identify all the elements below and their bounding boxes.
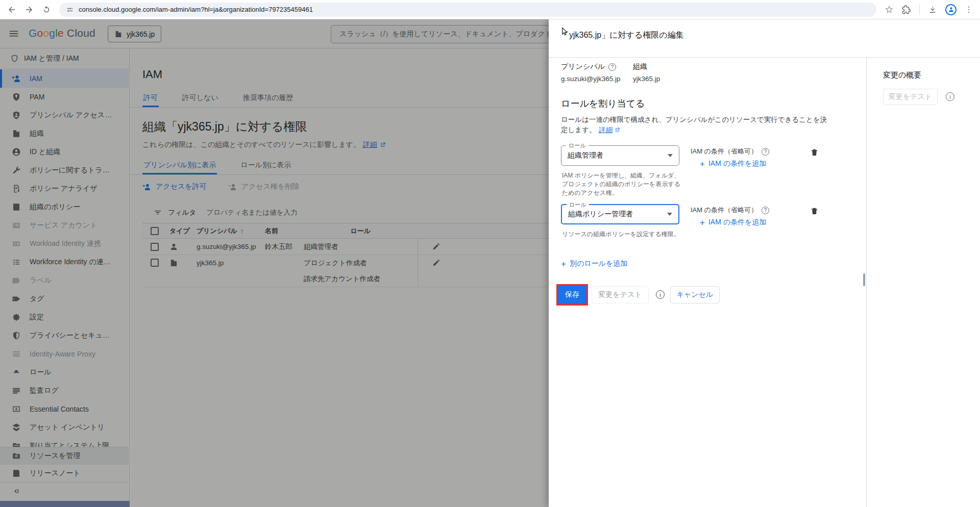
summary-title: 変更の概要 (883, 70, 921, 80)
dialog-divider (549, 57, 980, 58)
address-bar[interactable]: console.cloud.google.com/iam-admin/iam?h… (59, 3, 876, 17)
principal-label: プリンシパル ? (561, 62, 616, 71)
add-another-role-button[interactable]: + 別のロールを追加 (561, 259, 627, 268)
summary-test-changes-button[interactable]: 変更をテスト (883, 89, 938, 105)
profile-avatar[interactable] (945, 4, 957, 15)
delete-role-button-1[interactable] (810, 148, 819, 157)
add-another-role-label: 別のロールを追加 (570, 259, 627, 268)
modal-scrim (0, 19, 549, 507)
roles-details-link[interactable]: 詳細 (599, 126, 612, 134)
chevron-down-icon (668, 154, 673, 157)
add-condition-label: IAM の条件を追加 (708, 218, 766, 227)
add-condition-button-2[interactable]: + IAM の条件を追加 (700, 218, 766, 227)
assign-roles-description: ロールは一連の権限で構成され、プリンシパルがこのリソースで実行できることを決定し… (561, 115, 830, 135)
role-select-2[interactable]: ロール 組織ポリシー管理者 (561, 204, 679, 224)
extensions-icon[interactable] (902, 5, 911, 14)
role-description-1: IAM ポリシーを管理し、組織、フォルダ、プロジェクトの組織のポリシーを表示する… (562, 171, 680, 197)
plus-icon: + (700, 160, 705, 168)
click-annotation-highlight: 保存 (556, 284, 588, 306)
help-icon[interactable]: ? (608, 63, 616, 71)
role-field-label: ロール (567, 201, 589, 209)
save-button[interactable]: 保存 (558, 286, 586, 304)
url-text: console.cloud.google.com/iam-admin/iam?h… (79, 6, 313, 13)
dialog-title: 「yjk365.jp」に対する権限の編集 (561, 30, 684, 41)
plus-icon: + (700, 218, 705, 227)
info-icon[interactable]: i (946, 92, 954, 101)
delete-role-button-2[interactable] (810, 207, 819, 215)
mouse-cursor-icon (561, 27, 570, 37)
help-icon[interactable]: ? (762, 148, 769, 156)
toolbar-divider (919, 5, 920, 15)
condition-label-text: IAM の条件（省略可） (691, 206, 757, 215)
cancel-button[interactable]: キャンセル (670, 286, 720, 303)
role-select-1-value: 組織管理者 (568, 151, 603, 160)
edit-permissions-panel: 「yjk365.jp」に対する権限の編集 プリンシパル ? 組織 g.suzuk… (549, 19, 980, 507)
org-value: yjk365.jp (633, 75, 660, 83)
forward-icon[interactable] (24, 5, 34, 14)
principal-label-text: プリンシパル (561, 62, 605, 71)
download-icon[interactable] (928, 5, 937, 14)
reload-icon[interactable] (42, 5, 51, 14)
browser-toolbar: console.cloud.google.com/iam-admin/iam?h… (0, 0, 980, 19)
chevron-down-icon (667, 213, 672, 216)
role-select-1[interactable]: ロール 組織管理者 (561, 145, 679, 166)
org-label: 組織 (633, 62, 647, 71)
condition-label-2: IAM の条件（省略可） ? (691, 206, 769, 215)
test-changes-button[interactable]: 変更をテスト (592, 286, 649, 303)
role-select-2-value: 組織ポリシー管理者 (568, 210, 633, 219)
back-icon[interactable] (7, 5, 16, 14)
add-condition-label: IAM の条件を追加 (708, 159, 766, 168)
browser-menu-icon[interactable]: ⋮ (965, 6, 973, 14)
condition-label-text: IAM の条件（省略可） (691, 147, 757, 156)
external-link-icon (615, 126, 620, 134)
assign-roles-heading: ロールを割り当てる (561, 97, 645, 110)
panel-scrollbar[interactable] (863, 273, 865, 286)
role-field-label: ロール (566, 142, 589, 149)
add-condition-button-1[interactable]: + IAM の条件を追加 (700, 159, 766, 168)
condition-label-1: IAM の条件（省略可） ? (691, 147, 769, 156)
plus-icon: + (561, 260, 566, 268)
help-icon[interactable]: ? (762, 207, 769, 214)
bookmark-star-icon[interactable] (885, 5, 894, 14)
info-icon[interactable]: i (656, 290, 665, 299)
role-description-2: リソースの組織ポリシーを設定する権限。 (562, 230, 680, 239)
site-controls-icon (66, 6, 74, 13)
principal-value: g.suzuki@yjk365.jp (561, 75, 621, 83)
summary-divider (866, 57, 867, 507)
